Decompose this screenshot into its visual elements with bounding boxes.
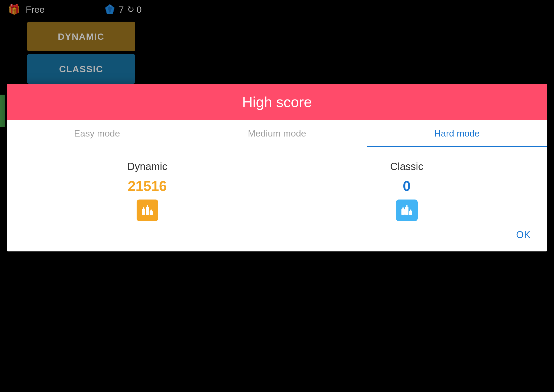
dynamic-leaderboard-button[interactable] [137, 200, 158, 221]
svg-rect-4 [146, 207, 149, 215]
tab-medium-mode[interactable]: Medium mode [187, 120, 367, 147]
dynamic-score-section: Dynamic 21516 [23, 161, 271, 221]
classic-score-value: 0 [403, 178, 411, 194]
classic-leaderboard-button[interactable] [396, 200, 418, 221]
svg-rect-13 [406, 205, 408, 207]
ok-button[interactable]: OK [516, 229, 531, 241]
svg-rect-11 [409, 211, 412, 215]
dialog-tabs[interactable]: Easy mode Medium mode Hard mode [7, 120, 547, 147]
tab-hard-mode[interactable]: Hard mode [367, 120, 547, 147]
leaderboard-icon-dynamic [141, 204, 154, 217]
dialog-header: High score [7, 84, 547, 120]
score-divider [277, 161, 277, 221]
svg-rect-7 [147, 205, 148, 207]
dialog-body: Dynamic 21516 Classic 0 [7, 147, 547, 227]
tab-easy-mode[interactable]: Easy mode [7, 120, 187, 147]
svg-rect-5 [150, 211, 153, 215]
dialog-title: High score [242, 94, 312, 110]
classic-score-section: Classic 0 [283, 161, 531, 221]
dialog-footer: OK [7, 227, 547, 251]
dynamic-score-label: Dynamic [127, 161, 167, 172]
svg-rect-10 [405, 207, 408, 215]
svg-rect-12 [402, 207, 404, 209]
svg-rect-3 [142, 209, 145, 215]
svg-rect-9 [401, 209, 405, 215]
svg-rect-6 [143, 207, 144, 209]
svg-rect-14 [410, 210, 411, 211]
classic-score-label: Classic [390, 161, 423, 172]
high-score-dialog: High score Easy mode Medium mode Hard mo… [7, 84, 547, 251]
leaderboard-icon-classic [400, 204, 414, 217]
svg-rect-8 [150, 210, 152, 211]
dynamic-score-value: 21516 [128, 178, 167, 194]
